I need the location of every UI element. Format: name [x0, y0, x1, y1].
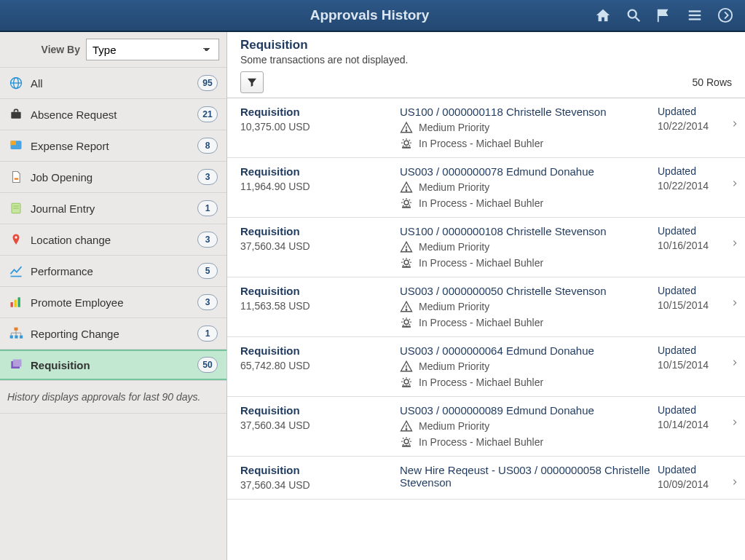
count-badge: 5: [197, 263, 218, 279]
filter-button[interactable]: [240, 71, 264, 93]
flag-icon[interactable]: [656, 7, 672, 23]
svg-rect-23: [20, 336, 23, 339]
row-amount: 10,375.00 USD: [240, 121, 397, 133]
row-status: Updated: [658, 464, 725, 476]
row-date: 10/09/2014: [658, 478, 725, 490]
sidebar-item-label: All: [31, 77, 190, 90]
viewby-select[interactable]: Type: [86, 39, 219, 60]
priority-text: Medium Priority: [419, 420, 489, 432]
svg-rect-20: [15, 328, 18, 331]
process-text: In Process - Michael Buhler: [419, 436, 543, 448]
svg-rect-9: [11, 112, 20, 119]
sidebar-footer-text: History displays approvals for last 90 d…: [0, 381, 226, 414]
row-amount: 11,964.90 USD: [240, 181, 397, 192]
row-amount: 37,560.34 USD: [240, 419, 397, 431]
sidebar-item-label: Performance: [31, 265, 190, 277]
priority-warning-icon: [400, 419, 413, 433]
priority-warning-icon: [400, 300, 413, 313]
sidebar-item-location-change[interactable]: Location change3: [0, 224, 226, 256]
svg-point-39: [406, 309, 407, 311]
process-gear-icon: [400, 435, 413, 449]
row-date: 10/15/2014: [658, 359, 725, 371]
sidebar-list: All95Absence Request21Expense Report8Job…: [0, 68, 226, 381]
svg-rect-18: [15, 300, 17, 307]
table-row[interactable]: Requisition65,742.80 USDUS003 / 00000000…: [227, 337, 745, 397]
svg-point-27: [406, 130, 407, 132]
row-date: 10/22/2014: [658, 120, 725, 132]
process-gear-icon: [400, 316, 413, 329]
sidebar-item-all[interactable]: All95: [0, 68, 226, 99]
process-text: In Process - Michael Buhler: [419, 257, 543, 269]
viewby-label: View By: [7, 44, 80, 55]
svg-point-31: [406, 190, 407, 192]
row-date: 10/22/2014: [658, 180, 725, 192]
sidebar-item-label: Journal Entry: [31, 202, 190, 215]
count-badge: 50: [197, 357, 218, 373]
svg-rect-37: [402, 267, 411, 268]
menu-icon[interactable]: [687, 7, 703, 23]
process-gear-icon: [400, 376, 413, 389]
org-icon: [9, 326, 23, 341]
table-row[interactable]: Requisition11,563.58 USDUS003 / 00000000…: [227, 277, 745, 337]
row-id: US003 / 0000000064 Edmund Donahue: [400, 344, 655, 357]
sidebar-item-requisition[interactable]: Requisition50: [0, 350, 226, 381]
table-row[interactable]: Requisition37,560.34 USDNew Hire Reqeust…: [227, 457, 745, 500]
row-amount: 65,742.80 USD: [240, 360, 397, 371]
svg-point-0: [628, 10, 636, 18]
sidebar-item-label: Requisition: [31, 359, 190, 371]
svg-point-36: [404, 260, 409, 264]
svg-point-44: [404, 379, 409, 384]
row-date: 10/15/2014: [658, 299, 725, 311]
row-list: Requisition10,375.00 USDUS100 / 00000001…: [227, 98, 745, 560]
home-icon[interactable]: [595, 7, 611, 23]
svg-rect-17: [11, 302, 13, 307]
count-badge: 3: [197, 294, 218, 310]
chevron-right-icon: [728, 285, 742, 308]
sidebar-item-performance[interactable]: Performance5: [0, 256, 226, 287]
search-icon[interactable]: [626, 7, 642, 23]
svg-point-32: [404, 200, 409, 205]
next-icon[interactable]: [717, 7, 733, 23]
sidebar-item-journal-entry[interactable]: Journal Entry1: [0, 193, 226, 224]
svg-rect-21: [10, 336, 13, 339]
table-row[interactable]: Requisition37,560.34 USDUS003 / 00000000…: [227, 397, 745, 457]
chevron-right-icon: [728, 165, 742, 189]
row-id: US003 / 0000000078 Edmund Donahue: [400, 165, 655, 178]
row-type: Requisition: [240, 404, 397, 417]
count-badge: 1: [197, 326, 218, 342]
sidebar-item-label: Expense Report: [31, 140, 190, 152]
table-row[interactable]: Requisition37,560.34 USDUS100 / 00000001…: [227, 218, 745, 277]
sidebar-item-job-opening[interactable]: Job Opening3: [0, 162, 226, 193]
svg-point-48: [404, 439, 409, 443]
priority-warning-icon: [400, 360, 413, 373]
process-gear-icon: [400, 197, 413, 210]
table-row[interactable]: Requisition10,375.00 USDUS100 / 00000001…: [227, 98, 745, 158]
sidebar-item-label: Absence Request: [31, 109, 190, 121]
svg-rect-45: [402, 386, 411, 387]
row-type: Requisition: [240, 225, 397, 237]
rows-count: 50 Rows: [693, 76, 732, 88]
note-icon: [9, 201, 23, 216]
svg-point-47: [406, 429, 407, 430]
row-status: Updated: [658, 285, 725, 296]
sidebar-item-reporting-change[interactable]: Reporting Change1: [0, 318, 226, 350]
svg-point-28: [404, 141, 409, 145]
priority-text: Medium Priority: [419, 360, 489, 372]
sidebar-item-label: Location change: [31, 234, 190, 246]
table-row[interactable]: Requisition11,964.90 USDUS003 / 00000000…: [227, 158, 745, 218]
svg-rect-33: [402, 207, 411, 208]
process-text: In Process - Michael Buhler: [419, 197, 543, 209]
row-type: Requisition: [240, 165, 397, 178]
row-status: Updated: [658, 165, 725, 177]
count-badge: 95: [197, 75, 218, 91]
svg-rect-19: [18, 297, 20, 307]
sidebar-item-promote-employee[interactable]: Promote Employee3: [0, 287, 226, 318]
row-status: Updated: [658, 404, 725, 416]
sidebar-item-expense-report[interactable]: Expense Report8: [0, 130, 226, 162]
pin-icon: [9, 232, 23, 247]
viewby-row: View By Type: [0, 32, 226, 68]
sidebar-item-absence-request[interactable]: Absence Request21: [0, 99, 226, 130]
row-type: Requisition: [240, 106, 397, 118]
process-text: In Process - Michael Buhler: [419, 317, 543, 328]
svg-point-5: [719, 9, 732, 22]
